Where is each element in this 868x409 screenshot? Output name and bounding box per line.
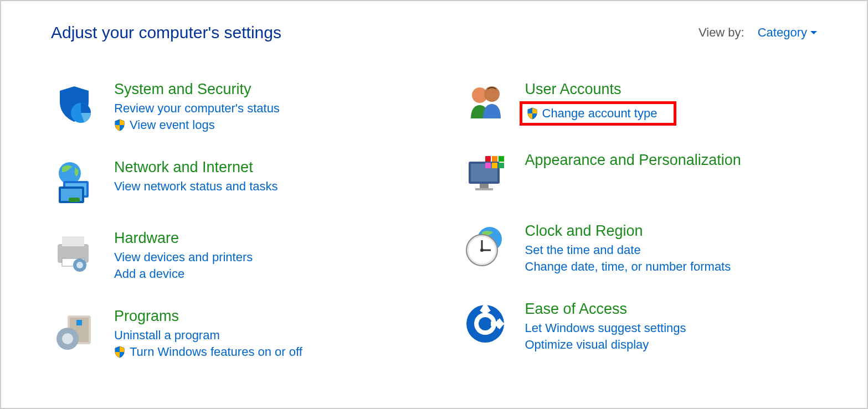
printer-icon (51, 230, 97, 276)
task-link[interactable]: View devices and printers (114, 250, 407, 265)
svg-rect-16 (76, 320, 82, 325)
task-link[interactable]: Optimize visual display (525, 338, 818, 352)
svg-rect-8 (62, 236, 84, 246)
users-icon (462, 81, 509, 127)
chevron-down-icon (810, 31, 817, 34)
task-label: Let Windows suggest settings (525, 321, 686, 335)
category-title[interactable]: System and Security (114, 81, 407, 98)
globe-network-icon (51, 159, 97, 205)
svg-rect-42 (491, 322, 502, 326)
category-user-accounts: User Accounts Change account type (462, 81, 818, 127)
page-title: Adjust your computer's settings (51, 23, 281, 42)
personalization-icon (462, 152, 509, 198)
svg-rect-23 (475, 188, 493, 190)
task-label: View network status and tasks (114, 179, 278, 194)
header: Adjust your computer's settings View by:… (51, 23, 817, 42)
category-clock-region: Clock and Region Set the time and date C… (462, 222, 818, 276)
category-title[interactable]: Appearance and Personalization (525, 152, 818, 169)
task-link[interactable]: View network status and tasks (114, 179, 407, 194)
category-system-security: System and Security Review your computer… (51, 81, 407, 134)
programs-icon (51, 308, 97, 354)
shield-icon (51, 81, 97, 127)
task-label: View event logs (130, 118, 215, 132)
uac-shield-icon (114, 119, 125, 131)
left-column: System and Security Review your computer… (51, 81, 407, 386)
task-label: Set the time and date (525, 243, 641, 257)
category-title[interactable]: Hardware (114, 230, 407, 247)
svg-rect-28 (492, 163, 497, 168)
clock-icon (462, 222, 509, 269)
task-link[interactable]: Uninstall a program (114, 328, 407, 343)
task-label: Change account type (542, 106, 658, 121)
highlighted-task: Change account type (520, 101, 677, 126)
category-title[interactable]: Clock and Region (525, 222, 818, 240)
category-network-internet: Network and Internet View network status… (51, 159, 407, 205)
svg-point-18 (484, 86, 500, 102)
task-label: Change date, time, or number formats (525, 260, 731, 274)
uac-shield-icon (527, 107, 538, 120)
svg-rect-26 (499, 156, 504, 162)
svg-point-15 (62, 333, 73, 344)
category-ease-of-access: Ease of Access Let Windows suggest setti… (462, 301, 818, 354)
svg-rect-25 (492, 156, 497, 162)
task-label: Optimize visual display (525, 338, 649, 352)
category-title[interactable]: Ease of Access (525, 301, 818, 318)
task-link-change-account-type[interactable]: Change account type (527, 106, 658, 121)
view-by-value: Category (758, 25, 807, 40)
category-title[interactable]: Network and Internet (114, 159, 407, 176)
task-label: Review your computer's status (114, 101, 280, 116)
svg-point-35 (480, 248, 484, 252)
task-link[interactable]: Change date, time, or number formats (525, 260, 818, 274)
task-link[interactable]: Turn Windows features on or off (114, 345, 407, 359)
category-appearance: Appearance and Personalization (462, 152, 818, 198)
svg-point-11 (76, 262, 83, 268)
category-title[interactable]: Programs (114, 308, 407, 325)
category-columns: System and Security Review your computer… (51, 81, 817, 386)
task-label: Turn Windows features on or off (130, 345, 302, 359)
right-column: User Accounts Change account type (462, 81, 818, 386)
svg-rect-6 (69, 198, 80, 202)
svg-rect-24 (485, 156, 491, 162)
task-link[interactable]: Add a device (114, 267, 407, 281)
svg-rect-27 (485, 163, 491, 168)
svg-rect-29 (499, 163, 504, 168)
view-by-label: View by: (698, 25, 744, 40)
task-label: View devices and printers (114, 250, 253, 265)
svg-point-38 (479, 317, 492, 330)
svg-rect-41 (483, 306, 487, 317)
task-link[interactable]: Let Windows suggest settings (525, 321, 818, 335)
category-programs: Programs Uninstall a program Turn Window… (51, 308, 407, 361)
view-by: View by: Category (698, 25, 817, 40)
task-label: Uninstall a program (114, 328, 220, 343)
category-title[interactable]: User Accounts (525, 81, 818, 98)
category-hardware: Hardware View devices and printers Add a… (51, 230, 407, 283)
task-label: Add a device (114, 267, 184, 281)
view-by-dropdown[interactable]: Category (758, 25, 817, 40)
uac-shield-icon (114, 346, 125, 358)
task-link[interactable]: Set the time and date (525, 243, 818, 257)
svg-rect-22 (480, 184, 489, 188)
ease-of-access-icon (462, 301, 509, 347)
task-link[interactable]: View event logs (114, 118, 407, 132)
task-link[interactable]: Review your computer's status (114, 101, 407, 116)
